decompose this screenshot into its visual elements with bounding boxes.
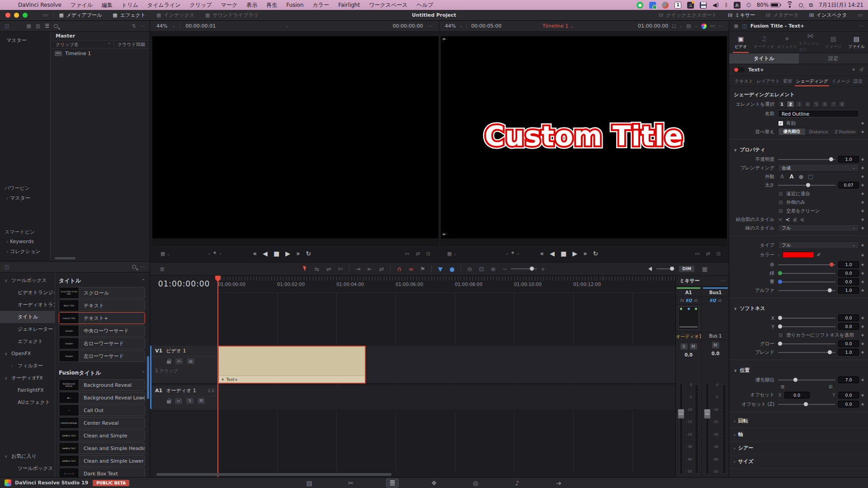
timeline-scrub-bar[interactable] bbox=[441, 238, 727, 245]
join-style-sharp-icon[interactable]: ≼ bbox=[800, 216, 804, 223]
keyframe-icon[interactable]: ◆ bbox=[859, 157, 866, 161]
text-plus-tab[interactable]: テキスト bbox=[735, 76, 753, 86]
eq-label[interactable]: EQ bbox=[710, 298, 716, 303]
join-style-miter-icon[interactable]: ⋠ bbox=[793, 216, 797, 223]
collapsed-section-header[interactable]: › シアー bbox=[729, 441, 868, 455]
fusion-title-item[interactable]: SAMPLE TEXT Clean and Simple bbox=[59, 430, 145, 441]
element-button[interactable]: 2 bbox=[787, 101, 794, 108]
loop-button[interactable]: ↻ bbox=[593, 250, 598, 257]
inspector-tab[interactable]: ✶ エフェクト bbox=[775, 32, 798, 53]
channel-id[interactable]: Bus1 bbox=[702, 289, 729, 297]
thickness-slider[interactable] bbox=[778, 185, 835, 186]
last-frame-button[interactable]: » bbox=[296, 250, 300, 257]
type-dropdown[interactable]: フル⌄ bbox=[778, 241, 859, 249]
jog-dot-icon[interactable]: ● bbox=[511, 251, 514, 257]
priority-slider[interactable] bbox=[778, 380, 835, 380]
dynamic-trim-tool[interactable]: ⇌ bbox=[323, 266, 335, 272]
zoom-fit-icon[interactable]: ⊡ bbox=[476, 266, 487, 272]
keyframe-icon[interactable]: ◆ bbox=[859, 263, 866, 267]
favorites-tree-item[interactable]: ツールボックス bbox=[0, 462, 55, 474]
strip-view-icon[interactable]: ▥ bbox=[36, 23, 40, 29]
column-clip-name[interactable]: クリップ名 bbox=[56, 42, 79, 48]
effects-tree-item[interactable]: ›フィルター bbox=[0, 360, 55, 372]
auto-select-icon[interactable]: ↔ bbox=[175, 358, 183, 364]
match-frame-icon[interactable]: ▭ bbox=[405, 251, 409, 257]
menu-item[interactable]: 表示 bbox=[242, 1, 262, 9]
keyframe-icon[interactable]: ◆ bbox=[859, 271, 866, 275]
keyframe-icon[interactable]: ◆ bbox=[859, 243, 866, 247]
effects-tree-item[interactable]: ジェネレーター bbox=[0, 323, 55, 335]
video-track-header[interactable]: V1 ビデオ 1 ↔ ▤ 1 クリップ bbox=[151, 346, 218, 384]
element-button[interactable]: 5 bbox=[812, 101, 820, 108]
inspector-tab[interactable]: ⋈ トランジション bbox=[799, 32, 822, 53]
chevron-down-icon[interactable]: ⌄ bbox=[679, 24, 683, 28]
zoom-plus-icon[interactable]: + bbox=[537, 266, 549, 272]
red-slider[interactable] bbox=[778, 264, 835, 265]
zoom-in-icon[interactable]: ⊕ bbox=[487, 266, 499, 272]
clean-intersections-checkbox[interactable] bbox=[778, 208, 783, 214]
mixer-options-icon[interactable]: ··· bbox=[721, 278, 726, 284]
replace-clip-button[interactable]: ⇄ bbox=[376, 266, 387, 272]
menu-item[interactable]: カラー bbox=[308, 1, 334, 9]
opacity-slider[interactable] bbox=[778, 159, 835, 160]
keyframe-icon[interactable]: ◆ bbox=[859, 333, 866, 337]
appearance-fill-icon[interactable]: ● bbox=[797, 174, 805, 180]
power-bin-item[interactable]: › マスター bbox=[0, 193, 50, 203]
sort-option[interactable]: Distance bbox=[805, 128, 832, 135]
zoom-minus-icon[interactable]: − bbox=[499, 266, 511, 272]
selection-mode-tool[interactable] bbox=[299, 265, 311, 272]
spotlight-search-icon[interactable] bbox=[799, 3, 803, 7]
fusion-title-item[interactable]: CENTER REVEAL Center Reveal bbox=[59, 417, 145, 429]
search-icon[interactable] bbox=[54, 24, 58, 28]
battery-indicator[interactable]: 80% bbox=[757, 2, 781, 8]
thumbnail-view-icon[interactable]: ▦ bbox=[26, 23, 31, 29]
source-viewer-canvas[interactable] bbox=[152, 36, 439, 238]
fusion-title-item[interactable]: — Call Out bbox=[59, 404, 145, 416]
compare-icon[interactable]: ⊡ bbox=[717, 251, 721, 257]
fader-handle[interactable] bbox=[678, 409, 684, 419]
time-machine-icon[interactable]: 🕐︎ bbox=[746, 2, 751, 8]
offset-x-value[interactable]: 0.0 bbox=[784, 392, 810, 399]
red-value[interactable]: 1.0 bbox=[838, 261, 859, 268]
loop-button[interactable]: ↻ bbox=[306, 250, 311, 257]
timeline-playhead[interactable] bbox=[217, 276, 218, 477]
menu-item[interactable]: ファイル bbox=[66, 1, 97, 9]
effects-tree-item[interactable]: FairlightFX bbox=[0, 384, 55, 396]
line-app-icon[interactable]: ● bbox=[637, 2, 643, 9]
keyframe-icon[interactable]: ◆ bbox=[859, 226, 866, 230]
keyframe-icon[interactable]: ◆ bbox=[859, 217, 866, 221]
viewer-mode-icon[interactable]: ▦ ⌄ bbox=[160, 251, 170, 257]
text-plus-tab[interactable]: 設定 bbox=[854, 76, 863, 86]
first-frame-button[interactable]: « bbox=[253, 250, 257, 257]
fusion-title-item[interactable]: SAMPLE TEXT Clean and Simple Heading Low… bbox=[59, 442, 145, 454]
apply-softness-fill-checkbox[interactable] bbox=[778, 333, 783, 338]
join-style-round-icon[interactable]: ≺ bbox=[778, 216, 783, 223]
timeline-viewer-canvas[interactable]: Custom Title Custom Title Custom Title bbox=[441, 36, 727, 238]
element-name-input[interactable]: Red Outline bbox=[778, 110, 859, 117]
compare-icon[interactable]: ⊡ bbox=[426, 251, 430, 257]
color-viewer-icon[interactable] bbox=[701, 23, 707, 29]
last-frame-button[interactable]: » bbox=[583, 250, 587, 257]
stop-button[interactable]: ■ bbox=[274, 250, 279, 257]
element-button[interactable]: 4 bbox=[804, 101, 811, 108]
keyframe-icon[interactable]: ◆ bbox=[859, 316, 866, 320]
zoom-window-button[interactable] bbox=[23, 13, 28, 18]
titles-section-header[interactable]: タイトル⌃ bbox=[59, 274, 145, 287]
timeline-hscrollbar[interactable] bbox=[156, 473, 392, 476]
overwrite-clip-button[interactable]: ⇤ bbox=[364, 266, 376, 272]
play-button[interactable]: ▶ bbox=[572, 250, 577, 257]
inspector-tab[interactable]: ▨ イメージ bbox=[822, 32, 845, 53]
effects-panel-toggle-icon[interactable]: ◫ bbox=[5, 264, 9, 270]
offset-y-value[interactable]: 0.0 bbox=[838, 392, 859, 399]
fader-value[interactable]: 0.0 bbox=[702, 350, 729, 357]
effects-list-scrollbar[interactable] bbox=[147, 356, 149, 399]
effects-tree-item[interactable]: ∨OpenFX bbox=[0, 347, 55, 360]
menu-item[interactable]: Fairlight bbox=[334, 2, 364, 8]
join-style-bevel-icon[interactable]: ≺ bbox=[785, 216, 790, 223]
panel-toggle-button[interactable]: ☰ミキサー bbox=[722, 10, 761, 21]
fader-handle[interactable] bbox=[704, 409, 711, 419]
channel-mute-button[interactable]: M bbox=[690, 343, 697, 350]
smart-bin-item[interactable]: › Keywords bbox=[0, 237, 50, 246]
menubar-datetime[interactable]: 7月1日(月) 14:21 bbox=[819, 1, 863, 9]
dim-audio-button[interactable]: DIM bbox=[679, 266, 694, 272]
